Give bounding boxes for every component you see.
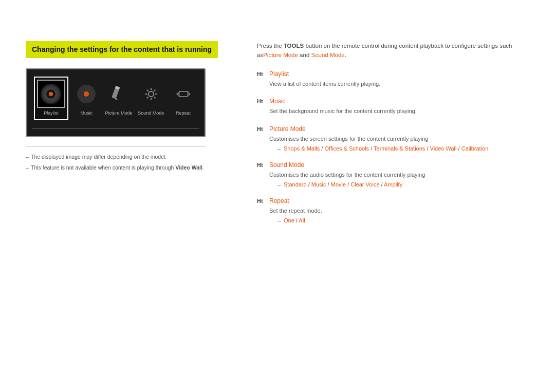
right-column: Press the TOOLS button on the remote con… xyxy=(257,41,529,232)
music-content: Music Set the background music for the c… xyxy=(269,97,529,117)
playlist-content: Playlist View a list of content items cu… xyxy=(269,69,529,90)
sound-mode-item[interactable]: Sound Mode xyxy=(137,80,165,117)
picture-mode-icon-box xyxy=(104,80,133,108)
repeat-sublist: One / All xyxy=(278,216,529,225)
pencil-icon xyxy=(110,85,127,103)
section-picture-mode: Ht Picture Mode Customises the screen se… xyxy=(257,124,529,153)
sound-mode-options: Standard / Music / Movie / Clear Voice /… xyxy=(278,180,529,189)
picture-mode-options: Shops & Malls / Offices & Schools / Term… xyxy=(278,144,529,153)
picture-mode-item[interactable]: Picture Mode xyxy=(104,80,133,117)
note-2: This feature is not available when conte… xyxy=(26,164,206,172)
page-title: Changing the settings for the content th… xyxy=(26,41,218,58)
picture-mode-desc: Customises the screen settings for the c… xyxy=(269,135,529,143)
repeat-options: One / All xyxy=(278,216,529,225)
music-label: Music xyxy=(80,110,92,117)
svg-line-8 xyxy=(146,89,148,91)
repeat-section-title: Repeat xyxy=(269,196,529,206)
ht-repeat: Ht xyxy=(257,196,265,225)
repeat-icon xyxy=(175,85,192,103)
sound-mode-content: Sound Mode Customises the audio settings… xyxy=(269,160,529,189)
note-1: The displayed image may differ depending… xyxy=(26,153,206,161)
svg-line-10 xyxy=(154,89,155,91)
playlist-label: Playlist xyxy=(44,110,59,117)
music-icon-box xyxy=(72,80,101,108)
svg-point-3 xyxy=(149,91,154,96)
repeat-item[interactable]: Repeat xyxy=(169,80,197,117)
repeat-label: Repeat xyxy=(176,110,191,117)
gear-icon xyxy=(142,85,160,103)
vinyl-icon xyxy=(41,84,61,104)
playlist-title: Playlist xyxy=(269,69,529,79)
section-repeat: Ht Repeat Set the repeat mode. One / All xyxy=(257,196,529,225)
sound-mode-label: Sound Mode xyxy=(138,110,164,117)
music-item[interactable]: Music xyxy=(72,80,101,117)
svg-line-9 xyxy=(154,97,155,98)
playlist-desc: View a list of content items currently p… xyxy=(269,80,529,88)
sound-mode-sublist: Standard / Music / Movie / Clear Voice /… xyxy=(278,180,529,189)
media-player-ui: Playlist Music xyxy=(26,68,206,137)
tools-bold: TOOLS xyxy=(284,43,304,49)
sound-mode-link: Sound Mode xyxy=(311,52,345,58)
picture-mode-link: Picture Mode xyxy=(263,52,298,58)
left-column: Changing the settings for the content th… xyxy=(26,41,242,232)
section-music: Ht Music Set the background music for th… xyxy=(257,97,529,117)
ht-playlist: Ht xyxy=(257,69,265,90)
picture-mode-sublist: Shops & Malls / Offices & Schools / Term… xyxy=(278,144,529,153)
repeat-desc: Set the repeat mode. xyxy=(269,207,529,215)
sound-mode-icon-box xyxy=(137,80,165,108)
playlist-icon-box xyxy=(37,80,65,108)
sound-mode-section-title: Sound Mode xyxy=(269,160,529,170)
ht-sound-mode: Ht xyxy=(257,160,265,189)
music-record-icon xyxy=(77,85,96,103)
section-playlist: Ht Playlist View a list of content items… xyxy=(257,69,529,90)
player-divider xyxy=(32,128,199,129)
notes-section: The displayed image may differ depending… xyxy=(26,146,206,173)
repeat-content: Repeat Set the repeat mode. One / All xyxy=(269,196,529,225)
music-desc: Set the background music for the content… xyxy=(269,107,529,116)
ht-music: Ht xyxy=(257,97,265,117)
repeat-icon-box xyxy=(169,80,197,108)
section-sound-mode: Ht Sound Mode Customises the audio setti… xyxy=(257,160,529,189)
playlist-item[interactable]: Playlist xyxy=(34,77,68,120)
picture-mode-section-title: Picture Mode xyxy=(269,124,529,134)
sound-mode-desc: Customises the audio settings for the co… xyxy=(269,171,529,179)
media-icons-row: Playlist Music xyxy=(32,74,199,122)
video-wall-highlight: Video Wall xyxy=(175,164,202,171)
intro-text: Press the TOOLS button on the remote con… xyxy=(257,41,529,60)
ht-picture-mode: Ht xyxy=(257,124,265,153)
music-title: Music xyxy=(269,97,529,106)
svg-line-11 xyxy=(146,97,148,98)
picture-mode-content: Picture Mode Customises the screen setti… xyxy=(269,124,529,153)
picture-mode-label: Picture Mode xyxy=(105,110,132,117)
